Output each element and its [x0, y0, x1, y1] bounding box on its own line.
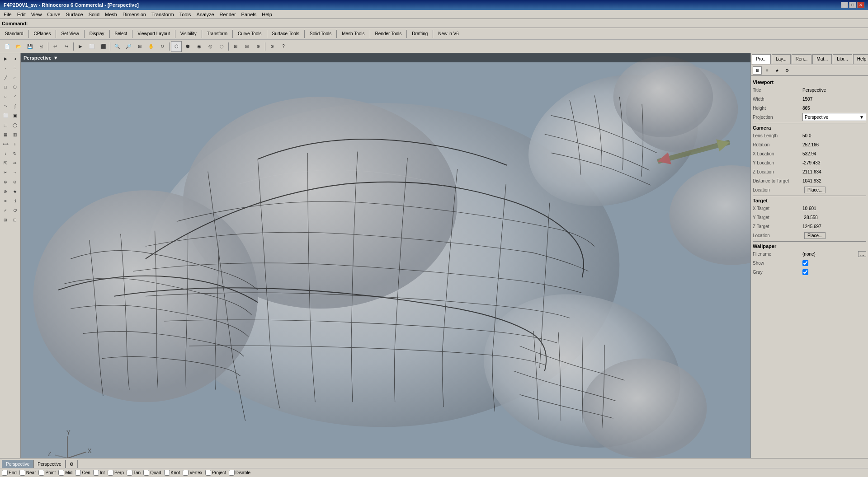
panel-gear-icon[interactable]: ⚙ — [783, 66, 792, 75]
snap-end[interactable]: End — [2, 470, 17, 476]
minimize-button[interactable]: _ — [841, 2, 848, 8]
undo-icon[interactable]: ↩ — [50, 41, 61, 52]
menu-curve[interactable]: Curve — [44, 11, 63, 18]
xray-icon[interactable]: ◌ — [216, 41, 227, 52]
properties-icon[interactable]: ℹ — [10, 196, 19, 206]
toolbar-drafting[interactable]: Drafting — [409, 29, 431, 38]
cursor-icon[interactable]: ▶ — [1, 54, 10, 63]
window-controls[interactable]: _ □ ✕ — [841, 2, 864, 8]
snap-knot[interactable]: Knot — [164, 470, 180, 476]
dimension-icon[interactable]: ⟺ — [1, 140, 10, 149]
print-icon[interactable]: 🖨 — [36, 41, 47, 52]
show-checkbox[interactable] — [802, 260, 808, 266]
panel-render2-icon[interactable]: ★ — [773, 66, 782, 75]
zoom-out-icon[interactable]: 🔎 — [123, 41, 134, 52]
zoom-in-icon[interactable]: 🔍 — [112, 41, 123, 52]
snap-end-checkbox[interactable] — [2, 470, 8, 476]
menu-mesh[interactable]: Mesh — [102, 11, 120, 18]
open-icon[interactable]: 📂 — [13, 41, 24, 52]
viewport-tab-gear[interactable]: ⚙ — [66, 460, 78, 468]
menu-file[interactable]: File — [1, 11, 14, 18]
move-icon[interactable]: ↕ — [1, 149, 10, 158]
polyline-icon[interactable]: ⌐ — [10, 73, 19, 82]
box-icon[interactable]: ⬚ — [1, 121, 10, 130]
snap-knot-checkbox[interactable] — [164, 470, 170, 476]
location-place-button[interactable]: Place... — [804, 187, 826, 193]
snap-point-checkbox[interactable] — [38, 470, 44, 476]
snap-disable[interactable]: Disable — [229, 470, 250, 476]
snap-near[interactable]: Near — [19, 470, 36, 476]
close-button[interactable]: ✕ — [857, 2, 864, 8]
viewport-dropdown-icon[interactable]: ▼ — [53, 55, 58, 61]
snap-mid[interactable]: Mid — [58, 470, 72, 476]
menu-surface[interactable]: Surface — [63, 11, 86, 18]
snap-mid-checkbox[interactable] — [58, 470, 64, 476]
snap-tan[interactable]: Tan — [127, 470, 141, 476]
freeform-icon[interactable]: 〜 — [1, 102, 10, 111]
menu-render[interactable]: Render — [217, 11, 239, 18]
snap-int-checkbox[interactable] — [93, 470, 99, 476]
snap-perp-checkbox[interactable] — [108, 470, 113, 476]
rect-icon[interactable]: □ — [1, 83, 10, 92]
text-icon[interactable]: T — [10, 140, 19, 149]
new-icon[interactable]: 📄 — [2, 41, 13, 52]
select-all-icon[interactable]: ⬜ — [86, 41, 97, 52]
difference-icon[interactable]: ⊖ — [10, 178, 19, 187]
grid-icon[interactable]: ⊞ — [230, 41, 241, 52]
menu-analyze[interactable]: Analyze — [193, 11, 217, 18]
menu-help[interactable]: Help — [259, 11, 275, 18]
trim-icon[interactable]: ✂ — [1, 168, 10, 177]
toolbar-select[interactable]: Select — [112, 29, 131, 38]
circle-icon[interactable]: ○ — [1, 92, 10, 101]
snap-grid-icon[interactable]: ⊟ — [241, 41, 252, 52]
snap-tan-checkbox[interactable] — [127, 470, 132, 476]
line-icon[interactable]: ╱ — [1, 73, 10, 82]
save-icon[interactable]: 💾 — [24, 41, 35, 52]
redo-icon[interactable]: ↪ — [61, 41, 72, 52]
extend-icon[interactable]: → — [10, 168, 19, 177]
tab-help[interactable]: Help — [853, 54, 868, 64]
misc2-icon[interactable]: ⊡ — [10, 215, 19, 224]
panel-display-icon[interactable]: 🖥 — [753, 66, 762, 75]
curve-icon[interactable]: ∫ — [10, 102, 19, 111]
toolbar-standard[interactable]: Standard — [2, 29, 27, 38]
gray-checkbox[interactable] — [802, 269, 808, 275]
snap-vertex[interactable]: Vertex — [183, 470, 202, 476]
pan-icon[interactable]: ✋ — [146, 41, 156, 52]
tab-properties[interactable]: Pro... — [752, 54, 771, 64]
menu-dimension[interactable]: Dimension — [120, 11, 149, 18]
deselect-icon[interactable]: ⬛ — [98, 41, 108, 52]
toolbar-curve-tools[interactable]: Curve Tools — [235, 29, 265, 38]
snap-cen-checkbox[interactable] — [75, 470, 81, 476]
snap-cen[interactable]: Cen — [75, 470, 90, 476]
analyze-icon[interactable]: ⊘ — [1, 187, 10, 196]
shaded-icon[interactable]: ⬢ — [182, 41, 193, 52]
check-icon[interactable]: ✓ — [1, 206, 10, 215]
snap-near-checkbox[interactable] — [19, 470, 25, 476]
gumball-icon[interactable]: ⊗ — [267, 41, 278, 52]
zoom-extents-icon[interactable]: ⊞ — [134, 41, 145, 52]
history-icon[interactable]: ⏱ — [10, 206, 19, 215]
toolbar-setview[interactable]: Set View — [58, 29, 82, 38]
toolbar-visibility[interactable]: Visibility — [177, 29, 200, 38]
rotate3d-icon[interactable]: ↻ — [10, 149, 19, 158]
rendered-icon[interactable]: ◉ — [193, 41, 204, 52]
menu-view[interactable]: View — [28, 11, 45, 18]
rotate-icon[interactable]: ↻ — [157, 41, 168, 52]
snap-point[interactable]: Point — [38, 470, 56, 476]
snap-int[interactable]: Int — [93, 470, 105, 476]
viewport-tab-2[interactable]: Perspective — [33, 460, 65, 468]
maximize-button[interactable]: □ — [849, 2, 856, 8]
snap-quad[interactable]: Quad — [143, 470, 161, 476]
point-cloud-icon[interactable]: ∴ — [10, 64, 19, 73]
snap-project-checkbox[interactable] — [205, 470, 211, 476]
polygon-icon[interactable]: ⬡ — [10, 83, 19, 92]
toolbar-render-tools[interactable]: Render Tools — [372, 29, 405, 38]
snap-disable-checkbox[interactable] — [229, 470, 235, 476]
snap-project[interactable]: Project — [205, 470, 226, 476]
mesh2-icon[interactable]: ▥ — [10, 130, 19, 139]
render-btn-icon[interactable]: ★ — [10, 187, 19, 196]
toolbar-display[interactable]: Display — [86, 29, 108, 38]
tab-render[interactable]: Ren... — [792, 54, 812, 64]
wireframe-icon[interactable]: ⬡ — [171, 41, 182, 52]
